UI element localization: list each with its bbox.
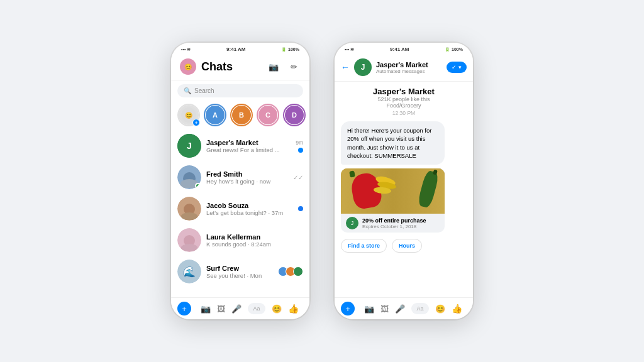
bot-likes: 521K people like this: [341, 96, 467, 102]
left-bottom-toolbar: + 📷 🖼 🎤 Aa 😊 👍: [171, 297, 309, 319]
story-1[interactable]: A: [204, 104, 226, 126]
chat-item-surf-crew[interactable]: 🌊 Surf Crew See you there! · Mon: [171, 256, 309, 287]
search-icon: 🔍: [184, 87, 191, 94]
emoji-toolbar-icon[interactable]: 😊: [272, 304, 282, 314]
edit-icon[interactable]: ✏: [287, 60, 301, 74]
chat-meta-jacob: [298, 206, 303, 211]
chat-meta-jaspers: 9m: [296, 140, 303, 153]
chat-preview-laura: K sounds good · 8:24am: [206, 241, 298, 248]
thumb-icon-left[interactable]: 👍: [288, 304, 299, 314]
chat-item-jaspers-market[interactable]: J Jasper's Market Great news! For a limi…: [171, 130, 309, 162]
detail-name: Jasper's Market: [376, 61, 442, 69]
unread-dot-jaspers: [298, 148, 303, 153]
search-bar[interactable]: 🔍 Search: [177, 84, 303, 97]
chat-info-fred: Fred Smith Hey how's it going · now: [206, 170, 288, 185]
image-toolbar-icon-right[interactable]: 🖼: [380, 304, 389, 314]
chats-header: 😊 Chats 📷 ✏: [171, 55, 309, 80]
toolbar-icons-right: 📷 🖼 🎤 Aa 😊 👍: [360, 303, 467, 314]
camera-toolbar-icon[interactable]: 📷: [201, 304, 211, 314]
message-area: Jasper's Market 521K people like this Fo…: [335, 82, 473, 297]
chat-avatar-jacob: [177, 197, 201, 221]
right-signal-status: ▪▪▪ ≋: [345, 47, 354, 52]
right-battery-status: 🔋 100%: [445, 47, 463, 52]
story-2[interactable]: B: [230, 104, 253, 126]
left-phone: ▪▪▪ ≋ 9:41 AM 🔋 100% 😊 Chats 📷 ✏ 🔍 Searc…: [171, 43, 309, 319]
mic-toolbar-icon[interactable]: 🎤: [231, 304, 242, 314]
chat-avatar-surf: 🌊: [177, 260, 201, 283]
emoji-toolbar-icon-right[interactable]: 😊: [435, 304, 445, 314]
chat-item-laura[interactable]: Laura Kellerman K sounds good · 8:24am: [171, 224, 309, 256]
group-avatars-surf: [278, 266, 303, 277]
header-icons: 📷 ✏: [267, 60, 301, 74]
plus-button-left[interactable]: +: [177, 302, 191, 315]
battery-status: 🔋 100%: [281, 47, 299, 52]
card-logo: J: [346, 217, 358, 229]
scene: ▪▪▪ ≋ 9:41 AM 🔋 100% 😊 Chats 📷 ✏ 🔍 Searc…: [0, 0, 644, 362]
card-title: 20% off entire purchase: [362, 217, 440, 224]
right-status-bar: ▪▪▪ ≋ 9:41 AM 🔋 100%: [335, 43, 473, 55]
chat-preview-jacob: Let's get boba tonight? · 37m: [206, 209, 293, 216]
detail-subtitle: Automated messages: [376, 69, 442, 74]
right-time-status: 9:41 AM: [390, 47, 409, 52]
pepper-scene: [341, 168, 445, 214]
back-button[interactable]: ←: [341, 62, 350, 72]
detail-action-button[interactable]: ✓ ▾: [447, 62, 467, 73]
chat-name-fred: Fred Smith: [206, 170, 288, 178]
chat-avatar-jaspers: J: [177, 134, 201, 158]
bot-category: Food/Grocery: [341, 102, 467, 109]
chat-item-jacob[interactable]: Jacob Souza Let's get boba tonight? · 37…: [171, 193, 309, 224]
detail-info: Jasper's Market Automated messages: [376, 61, 442, 74]
action-buttons: Find a store Hours: [341, 239, 467, 253]
stories-row: 😊 + A B C D: [171, 101, 309, 130]
online-dot-fred: [195, 183, 201, 189]
chat-detail-header: ← J Jasper's Market Automated messages ✓…: [335, 55, 473, 82]
chat-info-laura: Laura Kellerman K sounds good · 8:24am: [206, 233, 298, 248]
chat-avatar-laura: [177, 228, 201, 252]
message-text: Hi there! Here's your coupon for 20% off…: [347, 127, 431, 159]
hours-button[interactable]: Hours: [392, 239, 422, 253]
mic-toolbar-icon-right[interactable]: 🎤: [395, 304, 405, 314]
camera-icon[interactable]: 📷: [267, 60, 280, 74]
chat-info-jacob: Jacob Souza Let's get boba tonight? · 37…: [206, 202, 293, 216]
plus-button-right[interactable]: +: [341, 302, 355, 315]
chat-preview-jaspers: Great news! For a limited ...: [206, 146, 291, 153]
card-info: J 20% off entire purchase Expires Octobe…: [341, 214, 445, 233]
card-image: [341, 168, 445, 214]
message-card: J 20% off entire purchase Expires Octobe…: [341, 168, 445, 233]
chat-name-laura: Laura Kellerman: [206, 233, 298, 241]
chat-preview-fred: Hey how's it going · now: [206, 178, 288, 185]
find-store-button[interactable]: Find a store: [341, 239, 387, 253]
card-subtitle: Expires October 1, 2018: [362, 224, 440, 229]
bot-name: Jasper's Market: [341, 87, 467, 96]
right-phone: ▪▪▪ ≋ 9:41 AM 🔋 100% ← J Jasper's Market…: [335, 43, 473, 319]
chat-meta-fred: ✓✓: [293, 174, 303, 181]
story-3[interactable]: C: [257, 104, 279, 126]
story-add[interactable]: 😊 +: [177, 104, 200, 126]
camera-toolbar-icon-right[interactable]: 📷: [364, 304, 374, 314]
chat-preview-surf: See you there! · Mon: [206, 272, 273, 279]
signal-status: ▪▪▪ ≋: [181, 47, 191, 52]
chat-item-fred-smith[interactable]: Fred Smith Hey how's it going · now ✓✓: [171, 162, 309, 193]
chat-name-jacob: Jacob Souza: [206, 202, 293, 209]
chat-name-jaspers: Jasper's Market: [206, 139, 291, 146]
chat-meta-surf: [278, 266, 303, 277]
add-story-badge: +: [192, 119, 200, 126]
read-check-fred: ✓✓: [293, 174, 303, 181]
text-input-right[interactable]: Aa: [411, 303, 428, 314]
chat-info-surf: Surf Crew See you there! · Mon: [206, 265, 273, 279]
message-bubble: Hi there! Here's your coupon for 20% off…: [341, 121, 445, 165]
search-placeholder: Search: [194, 87, 214, 94]
right-bottom-toolbar: + 📷 🖼 🎤 Aa 😊 👍: [335, 297, 473, 319]
chat-avatar-fred: [177, 165, 201, 189]
bot-intro: Jasper's Market 521K people like this Fo…: [341, 87, 467, 116]
time-status: 9:41 AM: [226, 47, 245, 52]
image-toolbar-icon[interactable]: 🖼: [217, 304, 225, 314]
text-input-left[interactable]: Aa: [248, 303, 265, 314]
toolbar-icons-left: 📷 🖼 🎤 Aa 😊 👍: [196, 303, 303, 314]
chat-time-jaspers: 9m: [296, 140, 303, 146]
profile-avatar[interactable]: 😊: [180, 58, 196, 75]
thumb-icon-right[interactable]: 👍: [452, 304, 462, 314]
story-4[interactable]: D: [283, 104, 306, 126]
chat-list: J Jasper's Market Great news! For a limi…: [171, 130, 309, 297]
chat-info-jaspers: Jasper's Market Great news! For a limite…: [206, 139, 291, 153]
